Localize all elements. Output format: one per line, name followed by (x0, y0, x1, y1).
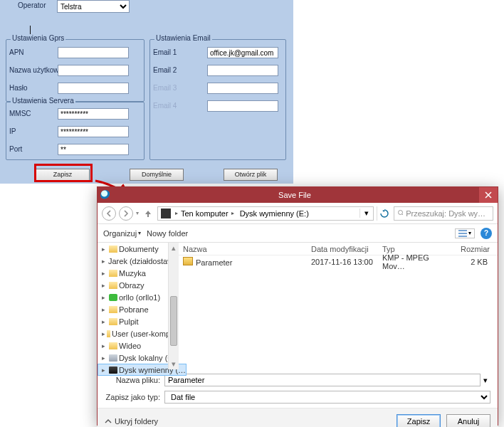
tree-expand-icon[interactable]: ▸ (102, 270, 107, 277)
password-label: Hasło (9, 84, 28, 92)
tree-item-label: Pobrane (119, 305, 149, 314)
gprs-group: Ustawienia Gprs APN Nazwa użytkow. Hasło (6, 39, 145, 102)
tree-item[interactable]: ▸Pulpit (98, 315, 178, 327)
dialog-toolbar: Organizuj▾ Nowy folder ▾ ? (98, 224, 498, 243)
tree-item[interactable]: ▸Jarek (działdostaw… (98, 255, 178, 267)
folder-icon (109, 342, 117, 349)
tree-expand-icon[interactable]: ▸ (102, 306, 107, 313)
tree-item[interactable]: ▸Dysk lokalny (C:) (98, 352, 178, 364)
tree-scrollbar[interactable]: ▴ ▾ (168, 243, 179, 369)
username-input[interactable] (58, 65, 129, 76)
help-icon: ? (484, 229, 488, 237)
tree-item[interactable]: ▸Wideo (98, 339, 178, 352)
email3-input[interactable] (207, 83, 278, 94)
save-button[interactable]: Zapisz (36, 169, 90, 181)
file-type: KMP - MPEG Mov… (378, 253, 456, 270)
refresh-button[interactable] (377, 206, 391, 221)
close-icon (485, 191, 492, 199)
operator-label: Operator (18, 1, 46, 9)
tree-item[interactable]: ▸orllo (orllo1) (98, 291, 178, 303)
mmsc-input[interactable] (58, 108, 129, 120)
breadcrumb-seg-drive[interactable]: Dysk wymienny (E:) (237, 207, 312, 220)
close-button[interactable] (479, 187, 498, 203)
operator-select[interactable]: Telstra (57, 0, 130, 13)
default-button[interactable]: Domyślnie (130, 169, 184, 181)
tree-expand-icon[interactable]: ▸ (102, 342, 107, 349)
filename-dropdown[interactable]: ▾ (481, 376, 490, 385)
breadcrumb-seg-computer[interactable]: Ten komputer▸ (178, 207, 237, 220)
tree-item-label: Dokumenty (119, 245, 159, 253)
port-input[interactable] (58, 144, 129, 155)
col-name[interactable]: Nazwa (179, 245, 307, 253)
username-label: Nazwa użytkow. (9, 66, 61, 74)
help-button[interactable]: ? (481, 228, 492, 239)
apn-input[interactable] (58, 47, 129, 58)
file-row[interactable]: Parameter2017-11-16 13:00KMP - MPEG Mov…… (179, 255, 498, 268)
view-icon (458, 230, 467, 237)
tree-expand-icon[interactable]: ▸ (102, 318, 107, 325)
folder-tree[interactable]: ▸Dokumenty▸Jarek (działdostaw…▸Muzyka▸Ob… (98, 243, 179, 369)
file-rows: Parameter2017-11-16 13:00KMP - MPEG Mov…… (179, 255, 498, 268)
folder-icon (109, 367, 117, 370)
tree-item[interactable]: ▸Obrazy (98, 279, 178, 291)
tree-item-label: Obrazy (119, 281, 144, 290)
filetype-row: Zapisz jako typ: Dat file (105, 391, 490, 404)
scroll-up-button[interactable]: ▴ (169, 243, 179, 253)
scroll-down-button[interactable]: ▾ (169, 359, 179, 369)
email-title: Ustawienia Email (154, 34, 212, 42)
breadcrumb-dropdown[interactable]: ▾ (359, 209, 373, 218)
folder-icon (109, 306, 117, 313)
file-name: Parameter (196, 258, 232, 267)
server-group: Ustawienia Servera MMSC IP Port (6, 102, 145, 160)
nav-recent-dropdown[interactable]: ▾ (136, 210, 139, 216)
organize-button[interactable]: Organizuj▾ (103, 229, 141, 238)
tree-item[interactable]: ▸Dysk wymienny (… (98, 364, 179, 369)
folder-icon (109, 294, 117, 301)
filetype-label: Zapisz jako typ: (105, 393, 160, 401)
nav-back-button[interactable] (102, 206, 116, 221)
search-input[interactable]: Przeszukaj: Dysk wymienny (E:) (394, 206, 493, 221)
filename-input[interactable] (164, 374, 481, 386)
app-icon (100, 190, 110, 200)
ip-label: IP (9, 127, 16, 135)
breadcrumb-seg-label: Ten komputer (181, 209, 229, 218)
server-title: Ustawienia Servera (11, 97, 75, 105)
tree-expand-icon[interactable]: ▸ (102, 294, 107, 301)
filetype-select[interactable]: Dat file (164, 391, 490, 404)
col-date[interactable]: Data modyfikacji (307, 245, 378, 253)
email1-input[interactable] (207, 47, 278, 58)
chevron-down-icon: ▾ (138, 230, 141, 236)
tree-item[interactable]: ▸Dokumenty (98, 243, 178, 255)
col-type[interactable]: Typ (378, 245, 456, 253)
tree-expand-icon[interactable]: ▸ (102, 246, 107, 253)
nav-up-button[interactable] (142, 207, 154, 220)
tree-item[interactable]: ▸Pobrane (98, 303, 178, 315)
search-icon (397, 209, 403, 217)
view-mode-button[interactable]: ▾ (455, 228, 475, 238)
open-file-button[interactable]: Otwórz plik (224, 169, 278, 181)
new-folder-button[interactable]: Nowy folder (147, 229, 188, 238)
svg-rect-3 (458, 236, 467, 237)
col-size[interactable]: Rozmiar (456, 245, 492, 253)
ip-input[interactable] (58, 126, 129, 137)
tree-expand-icon[interactable]: ▸ (102, 282, 107, 289)
scroll-thumb[interactable] (170, 296, 177, 346)
password-input[interactable] (58, 83, 129, 94)
nav-forward-button[interactable] (119, 206, 133, 221)
dialog-cancel-button[interactable]: Anuluj (446, 414, 490, 428)
email2-input[interactable] (207, 65, 278, 76)
tree-item[interactable]: ▸Muzyka (98, 267, 178, 279)
tree-expand-icon[interactable]: ▸ (102, 354, 107, 362)
dialog-save-button[interactable]: Zapisz (397, 414, 441, 428)
mmsc-label: MMSC (9, 110, 31, 117)
hide-folders-button[interactable]: Ukryj foldery (105, 417, 158, 426)
tree-expand-icon[interactable]: ▸ (102, 367, 107, 370)
email4-input[interactable] (207, 100, 278, 112)
breadcrumb-bar[interactable]: ▸ Ten komputer▸ Dysk wymienny (E:) ▾ (157, 206, 374, 221)
file-list-area: Nazwa Data modyfikacji Typ Rozmiar Param… (179, 243, 498, 369)
breadcrumb-seg-label: Dysk wymienny (E:) (240, 209, 309, 218)
dialog-navbar: ▾ ▸ Ten komputer▸ Dysk wymienny (E:) ▾ P… (98, 203, 498, 224)
tree-item[interactable]: ▸User (user-komp… (98, 327, 178, 339)
tree-expand-icon[interactable]: ▸ (102, 258, 105, 265)
tree-expand-icon[interactable]: ▸ (102, 330, 105, 337)
